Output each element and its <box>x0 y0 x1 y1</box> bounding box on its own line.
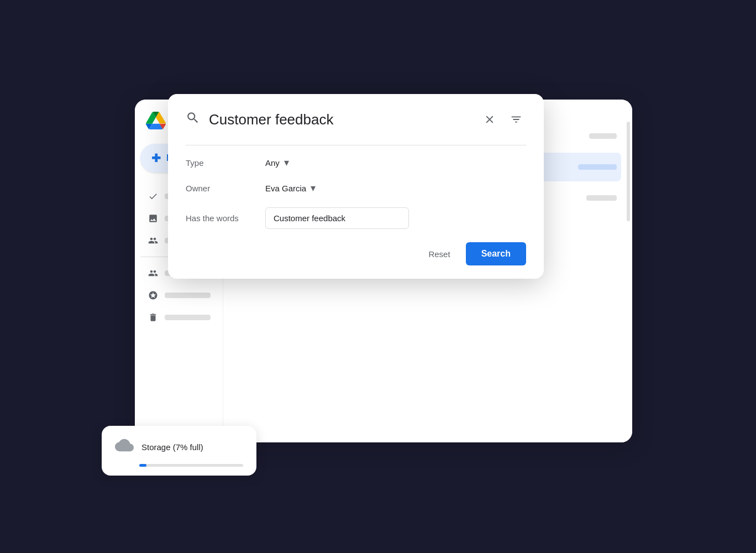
sidebar-nav-icon-4 <box>147 289 159 301</box>
sidebar-label-5 <box>165 315 211 320</box>
search-header: Customer feedback <box>186 109 526 129</box>
reset-button[interactable]: Reset <box>419 244 459 264</box>
sidebar-item-5[interactable] <box>140 307 217 328</box>
search-icon <box>186 111 200 129</box>
sidebar-nav-icon-2 <box>147 234 159 247</box>
type-select[interactable]: Any ▾ <box>265 156 289 169</box>
search-button[interactable]: Search <box>466 242 526 265</box>
owner-arrow-icon: ▾ <box>311 182 316 194</box>
owner-label: Owner <box>186 184 252 193</box>
sidebar-label-4 <box>165 293 211 298</box>
sidebar-item-4[interactable] <box>140 285 217 306</box>
filter-divider-top <box>186 145 526 145</box>
new-plus-icon: ✚ <box>151 152 161 165</box>
scrollbar[interactable] <box>627 122 630 221</box>
cloud-icon <box>115 436 134 458</box>
storage-card: Storage (7% full) <box>102 426 256 476</box>
storage-header: Storage (7% full) <box>115 436 243 458</box>
sidebar-nav-icon-5 <box>147 311 159 324</box>
dialog-actions: Reset Search <box>186 242 526 265</box>
sidebar-nav-icon-1 <box>147 212 159 225</box>
type-value: Any <box>265 158 280 168</box>
placeholder-img-3 <box>578 164 617 170</box>
close-button[interactable] <box>480 109 500 129</box>
sidebar-nav-icon-3 <box>147 267 159 279</box>
storage-bar-fill <box>139 464 146 467</box>
drive-logo-icon <box>146 111 166 131</box>
words-label: Has the words <box>186 213 252 223</box>
storage-text: Storage (7% full) <box>141 442 203 452</box>
owner-select[interactable]: Eva Garcia ▾ <box>265 182 316 194</box>
placeholder-doc-3 <box>586 195 617 201</box>
placeholder-3 <box>589 133 617 139</box>
type-label: Type <box>186 158 252 168</box>
words-input[interactable] <box>265 207 409 229</box>
type-arrow-icon: ▾ <box>284 156 289 169</box>
storage-bar-bg <box>139 464 243 467</box>
filter-row-words: Has the words <box>186 207 526 229</box>
owner-value: Eva Garcia <box>265 184 306 193</box>
search-dialog: Customer feedback Type Any ▾ Owner <box>168 94 544 279</box>
filter-row-owner: Owner Eva Garcia ▾ <box>186 182 526 194</box>
filter-button[interactable] <box>506 109 526 129</box>
search-query: Customer feedback <box>209 111 471 128</box>
sidebar-nav-icon-0 <box>147 190 159 202</box>
filter-row-type: Type Any ▾ <box>186 156 526 169</box>
search-header-actions <box>480 109 526 129</box>
